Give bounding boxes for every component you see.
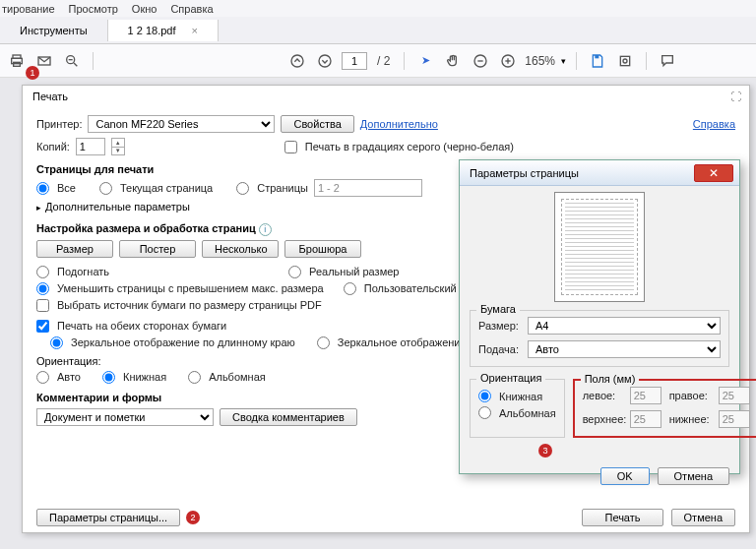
svg-rect-14 [595, 55, 598, 58]
ok-button[interactable]: OK [600, 467, 650, 485]
svg-point-7 [291, 55, 303, 67]
printer-select[interactable]: Canon MF220 Series [88, 115, 275, 133]
orient-portrait-radio[interactable] [102, 371, 115, 384]
grayscale-label: Печать в градациях серого (черно-белая) [305, 141, 514, 152]
flip-long-radio[interactable] [50, 336, 63, 349]
save-icon[interactable] [587, 50, 608, 72]
grayscale-checkbox[interactable] [284, 141, 297, 153]
cancel-button[interactable]: Отмена [671, 509, 735, 526]
advanced-link[interactable]: Дополнительно [360, 118, 438, 130]
menu-window[interactable]: Окно [132, 3, 158, 15]
paper-source-select[interactable]: Авто [528, 340, 721, 358]
margins-group: Поля (мм) левое: правое: верхнее: нижнее… [573, 379, 756, 438]
toolbar: / 2 ➤ 165%▾ 1 [0, 44, 756, 78]
print-icon[interactable] [6, 50, 28, 72]
paper-source-label: Подача: [478, 343, 528, 355]
orient-landscape-radio[interactable] [188, 371, 201, 384]
svg-line-5 [74, 63, 77, 66]
page-up-icon[interactable] [286, 50, 308, 72]
page-number-input[interactable] [342, 52, 367, 70]
margin-bottom-input [719, 410, 750, 428]
ps-portrait-radio[interactable] [478, 390, 491, 402]
svg-rect-2 [14, 62, 21, 66]
menubar: тирование Просмотр Окно Справка [0, 0, 756, 17]
multiple-button[interactable]: Несколько [202, 240, 279, 258]
ps-cancel-button[interactable]: Отмена [658, 467, 729, 485]
size-button[interactable]: Размер [36, 240, 113, 258]
orient-auto-radio[interactable] [36, 371, 49, 384]
flip-short-radio[interactable] [317, 336, 330, 349]
page-setup-title: Параметры страницы [470, 167, 579, 179]
booklet-button[interactable]: Брошюра [284, 240, 361, 258]
sizing-section-title: Настройка размера и обработка страниц [36, 222, 256, 234]
copies-input[interactable] [76, 138, 105, 155]
menu-view[interactable]: Просмотр [69, 3, 118, 15]
svg-point-8 [319, 55, 331, 67]
svg-rect-15 [620, 56, 629, 65]
svg-point-16 [623, 59, 627, 63]
zoom-minus-icon[interactable] [470, 50, 491, 72]
page-down-icon[interactable] [314, 50, 336, 72]
properties-button[interactable]: Свойства [281, 115, 353, 133]
paper-size-select[interactable]: A4 [528, 317, 721, 335]
pointer-icon[interactable]: ➤ [414, 50, 436, 72]
zoom-level[interactable]: 165% [525, 54, 555, 68]
tab-bar: Инструменты 1 2 18.pdf× [0, 17, 756, 44]
orientation-group: Ориентация Книжная Альбомная [470, 379, 565, 438]
copies-label: Копий: [36, 141, 70, 152]
chevron-down-icon[interactable]: ▾ [561, 56, 566, 66]
close-icon[interactable]: × [192, 25, 198, 36]
badge-3: 3 [538, 444, 552, 458]
duplex-checkbox[interactable] [36, 320, 49, 333]
tool-icon[interactable] [614, 50, 636, 72]
pages-current-radio[interactable] [99, 182, 112, 195]
margin-left-input [630, 387, 662, 404]
zoom-plus-icon[interactable] [497, 50, 519, 72]
page-total: / 2 [377, 54, 390, 68]
zoom-out-icon[interactable] [61, 50, 83, 72]
page-setup-button[interactable]: Параметры страницы... [36, 509, 180, 526]
badge-2: 2 [186, 511, 200, 524]
comments-select[interactable]: Документ и пометки [36, 408, 214, 426]
menu-help[interactable]: Справка [170, 3, 213, 15]
comments-summary-button[interactable]: Сводка комментариев [220, 408, 357, 426]
page-setup-dialog: Параметры страницы ✕ Бумага Размер: A4 П… [459, 159, 740, 474]
fit-radio[interactable] [36, 266, 49, 278]
paper-group: Бумага Размер: A4 Подача: Авто [470, 310, 729, 367]
page-preview [554, 192, 645, 302]
printer-label: Принтер: [36, 118, 82, 130]
tab-document[interactable]: 1 2 18.pdf× [108, 20, 219, 41]
pages-all-radio[interactable] [36, 182, 49, 195]
menu-editing[interactable]: тирование [2, 3, 55, 15]
pages-range-input[interactable] [314, 179, 422, 197]
help-link[interactable]: Справка [693, 118, 735, 130]
margin-top-input [630, 410, 662, 428]
print-dialog-title: Печать [32, 91, 68, 102]
margin-right-input [719, 387, 750, 404]
badge-1: 1 [26, 66, 39, 80]
chevron-right-icon[interactable]: ▸ [36, 203, 41, 213]
pages-range-radio[interactable] [236, 182, 249, 195]
close-button[interactable]: ✕ [694, 164, 733, 182]
actual-radio[interactable] [288, 266, 301, 278]
dialog-collapse-icon[interactable]: ⛶ [730, 91, 741, 102]
info-icon[interactable]: i [259, 223, 272, 236]
tab-tools[interactable]: Инструменты [0, 20, 108, 41]
print-button[interactable]: Печать [582, 509, 662, 526]
hand-icon[interactable] [442, 50, 464, 72]
copies-spinner[interactable]: ▲▼ [111, 138, 125, 155]
paper-source-checkbox[interactable] [36, 299, 49, 312]
more-params-link[interactable]: Дополнительные параметры [45, 201, 190, 213]
ps-landscape-radio[interactable] [478, 406, 491, 419]
poster-button[interactable]: Постер [119, 240, 196, 258]
shrink-radio[interactable] [36, 282, 49, 295]
custom-scale-radio[interactable] [344, 282, 356, 295]
comment-icon[interactable] [657, 50, 678, 72]
paper-size-label: Размер: [478, 320, 528, 332]
